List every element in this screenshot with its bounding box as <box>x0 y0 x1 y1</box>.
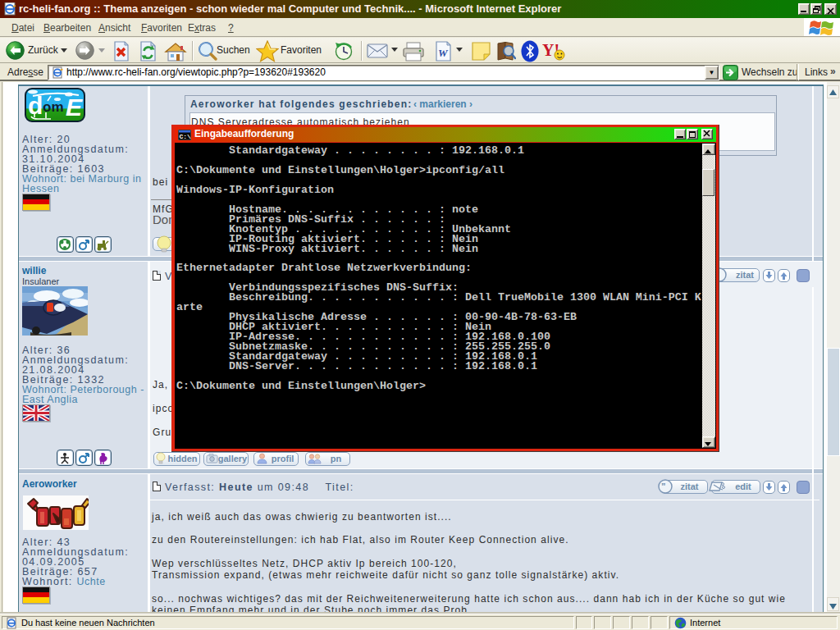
svg-text:”: ” <box>661 482 666 491</box>
svg-text:W: W <box>438 47 449 59</box>
svg-text:d: d <box>28 92 43 119</box>
svg-text:E: E <box>66 94 83 121</box>
svg-text:C:\: C:\ <box>180 133 192 140</box>
